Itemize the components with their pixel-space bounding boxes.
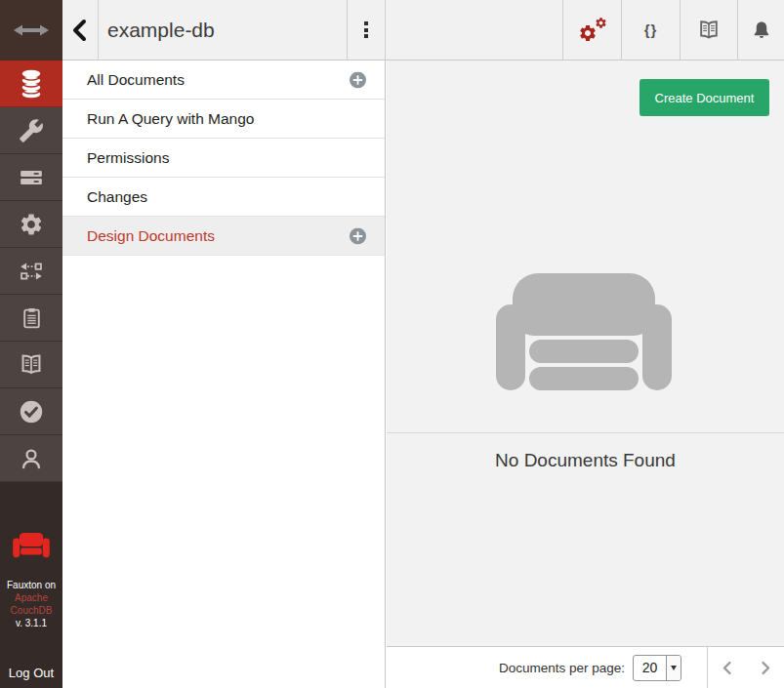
sidebar-item-verify[interactable] <box>0 388 62 435</box>
sidebar-item-account[interactable] <box>0 435 62 482</box>
sidebar-item-replication[interactable] <box>0 248 62 295</box>
empty-state-divider <box>387 432 784 433</box>
person-icon <box>19 445 44 472</box>
select-dropdown-arrow-icon <box>666 656 681 680</box>
sidebar-item-active-jobs[interactable] <box>0 295 62 342</box>
fauxton-branding: Fauxton on Apache CouchDB v. 3.1.1 <box>0 532 62 629</box>
check-circle-icon <box>18 398 45 425</box>
back-button[interactable] <box>62 0 99 60</box>
couchdb-logo-icon <box>11 532 52 563</box>
fauxton-on-label: Fauxton on <box>0 579 62 591</box>
servers-icon <box>19 165 44 190</box>
chevron-left-icon <box>721 661 734 675</box>
gear-icon <box>19 212 44 237</box>
open-book-icon <box>696 19 722 42</box>
chevron-right-icon <box>759 661 772 675</box>
sidebar-collapse-button[interactable] <box>0 0 62 61</box>
sidebar-item-databases[interactable] <box>0 61 62 107</box>
create-document-button[interactable]: Create Document <box>640 79 769 116</box>
next-page-button[interactable] <box>759 661 772 675</box>
kebab-icon <box>364 20 368 41</box>
nav-item-permissions[interactable]: Permissions <box>62 139 385 178</box>
notifications-button[interactable] <box>737 0 784 60</box>
double-arrow-icon <box>14 23 49 37</box>
page-title: example-db <box>107 0 215 60</box>
add-document-icon[interactable] <box>350 71 366 88</box>
sidebar-item-active-tasks[interactable] <box>0 154 62 201</box>
braces-icon: {} <box>644 21 658 38</box>
database-options-menu-button[interactable] <box>347 0 386 60</box>
open-book-icon <box>18 352 45 378</box>
nav-item-all-documents[interactable]: All Documents <box>62 61 385 100</box>
sidebar-item-documentation[interactable] <box>0 342 62 388</box>
json-link-button[interactable]: {} <box>621 0 680 60</box>
replication-icon <box>18 259 45 284</box>
per-page-value: 20 <box>634 656 666 680</box>
database-nav-panel: All Documents Run A Query with Mango Per… <box>62 61 386 688</box>
sidebar-item-configuration[interactable] <box>0 201 62 248</box>
empty-state-message: No Documents Found <box>387 450 784 471</box>
gears-icon <box>578 17 607 43</box>
back-chevron-icon <box>70 19 90 42</box>
clipboard-icon <box>20 305 44 331</box>
main-content: Create Document No Documents Found Docum… <box>387 61 784 688</box>
version-label: v. 3.1.1 <box>0 617 62 629</box>
empty-couch-icon <box>496 273 672 390</box>
apache-couchdb-link[interactable]: Apache CouchDB <box>0 591 62 617</box>
admin-party-button[interactable] <box>562 0 621 60</box>
database-icon <box>18 69 45 99</box>
documentation-button[interactable] <box>680 0 737 60</box>
sidebar-item-setup[interactable] <box>0 107 62 154</box>
primary-sidebar: Fauxton on Apache CouchDB v. 3.1.1 Log O… <box>0 0 62 688</box>
nav-item-design-documents[interactable]: Design Documents <box>62 217 385 256</box>
nav-item-changes[interactable]: Changes <box>62 178 385 217</box>
header-bar: example-db {} <box>62 0 784 61</box>
per-page-label: Documents per page: <box>499 661 625 675</box>
per-page-select[interactable]: 20 <box>633 655 681 681</box>
nav-item-mango-query[interactable]: Run A Query with Mango <box>62 100 385 139</box>
previous-page-button[interactable] <box>721 661 734 675</box>
bell-icon <box>751 19 772 42</box>
pagination-footer: Documents per page: 20 <box>387 646 784 688</box>
add-design-doc-icon[interactable] <box>350 227 366 244</box>
wrench-icon <box>19 118 44 143</box>
logout-button[interactable]: Log Out <box>0 666 62 680</box>
